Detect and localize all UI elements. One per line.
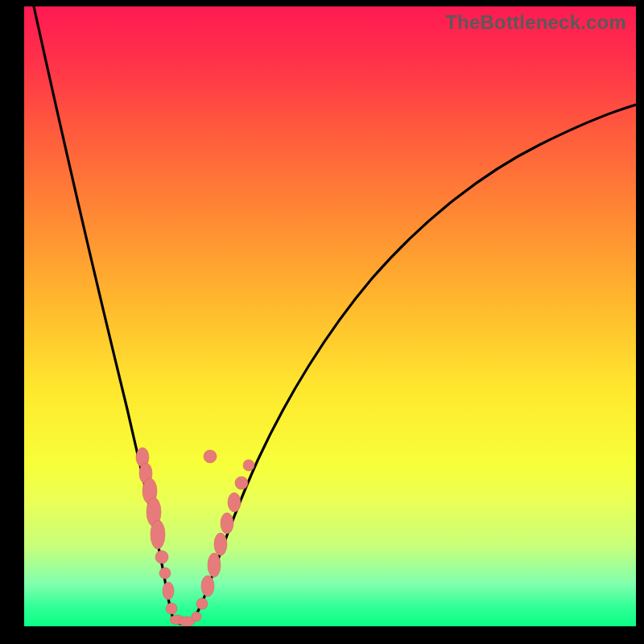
bead [208,553,221,577]
bead [163,582,174,600]
bead [204,450,217,463]
bead-cluster [136,448,254,626]
outer-frame: TheBottleneck.com [0,0,644,644]
bead [228,493,241,512]
bead [243,460,254,471]
bottleneck-curve [24,6,636,626]
bead [196,598,208,609]
bead [159,568,171,579]
bead [201,576,214,597]
bead [221,513,233,534]
bead [151,520,165,549]
curve-right [190,105,636,624]
bead [192,612,201,621]
bead [155,551,168,564]
plot-area: TheBottleneck.com [24,6,636,626]
bead [235,477,248,489]
bead [166,603,177,614]
bead [214,533,227,555]
